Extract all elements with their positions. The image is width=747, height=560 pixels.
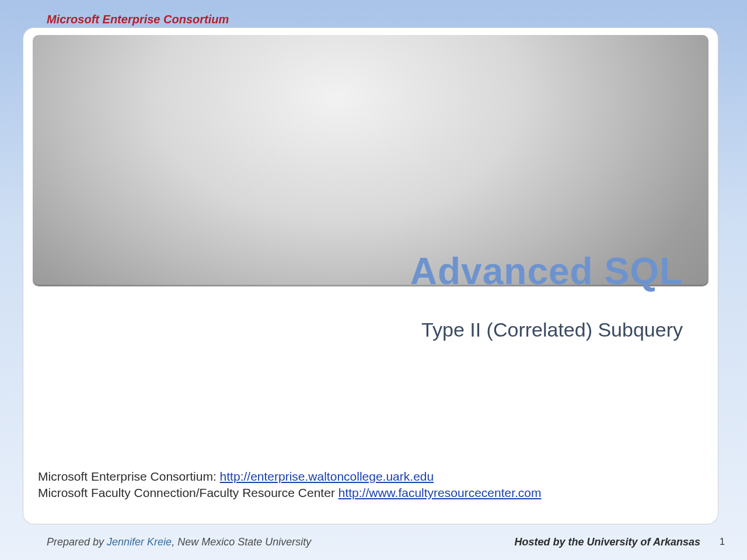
- reference-block: Microsoft Enterprise Consortium: http://…: [38, 468, 542, 501]
- footer-prepared: Prepared by Jennifer Kreie, New Mexico S…: [47, 536, 311, 548]
- slide-subtitle: Type II (Correlated) Subquery: [421, 318, 683, 341]
- hero-gradient: [33, 35, 708, 286]
- org-header: Microsoft Enterprise Consortium: [47, 13, 229, 26]
- prepared-prefix: Prepared by: [47, 536, 107, 548]
- ref2-link[interactable]: http://www.facultyresourcecenter.com: [338, 486, 542, 499]
- ref2-prefix: Microsoft Faculty Connection/Faculty Res…: [38, 486, 338, 499]
- ref1-prefix: Microsoft Enterprise Consortium:: [38, 470, 220, 483]
- footer-bar: Prepared by Jennifer Kreie, New Mexico S…: [0, 536, 747, 548]
- ref1-link[interactable]: http://enterprise.waltoncollege.uark.edu: [220, 470, 434, 483]
- slide-title: Advanced SQL: [410, 250, 683, 293]
- prepared-suffix: , New Mexico State University: [172, 536, 311, 548]
- prepared-author: Jennifer Kreie: [107, 536, 172, 548]
- ref-line-2: Microsoft Faculty Connection/Faculty Res…: [38, 485, 542, 501]
- page-number: 1: [720, 537, 725, 547]
- slide-card: Advanced SQL Type II (Correlated) Subque…: [23, 28, 718, 524]
- slide-page: Microsoft Enterprise Consortium Advanced…: [0, 0, 747, 560]
- footer-hosted: Hosted by the University of Arkansas: [515, 536, 700, 548]
- ref-line-1: Microsoft Enterprise Consortium: http://…: [38, 468, 542, 484]
